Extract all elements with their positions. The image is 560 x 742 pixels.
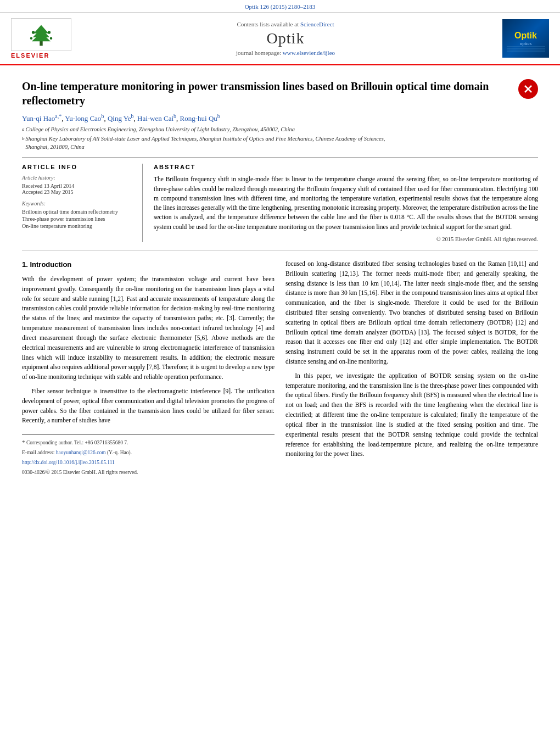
journal-homepage: journal homepage: www.elsevier.de/ijleo (77, 49, 494, 56)
body-columns: 1. Introduction With the development of … (22, 259, 538, 478)
crossmark-badge[interactable] (518, 79, 538, 99)
body-para-3: focused on long-distance distributed fib… (285, 259, 538, 367)
journal-header: ELSEVIER Contents lists available at Sci… (0, 13, 560, 65)
body-para-2: Fiber sensor technique is insensitive to… (22, 387, 275, 426)
body-col-left: 1. Introduction With the development of … (22, 259, 275, 478)
section1-heading: 1. Introduction (22, 259, 275, 270)
footnote-section: * Corresponding author. Tel.: +86 037163… (22, 434, 275, 476)
article-title-section: On-line temperature monitoring in power … (22, 74, 538, 108)
received-date: Received 13 April 2014 (22, 183, 134, 189)
accepted-date: Accepted 23 May 2015 (22, 189, 134, 195)
elsevier-tree-image (11, 18, 71, 51)
abstract-copyright: © 2015 Elsevier GmbH. All rights reserve… (154, 236, 538, 242)
article-info-col: ARTICLE INFO Article history: Received 1… (22, 164, 143, 242)
author-3: Qing Ye (108, 114, 131, 122)
footnote-doi: http://dx.doi.org/10.1016/j.ijleo.2015.0… (22, 459, 275, 467)
authors-line: Yun-qi Haoa,*, Yu-long Caob, Qing Yeb, H… (22, 113, 538, 123)
keywords-section: Keywords: Brillouin optical time domain … (22, 200, 134, 229)
keyword-2: Three-phase power transmission lines (22, 216, 134, 222)
paper-content: On-line temperature monitoring in power … (0, 65, 560, 486)
elsevier-logo: ELSEVIER (11, 18, 77, 59)
abstract-header: ABSTRACT (154, 164, 538, 170)
abstract-text: The Brillouin frequency shift in single-… (154, 175, 538, 232)
affiliations: a College of Physics and Electronics Eng… (22, 126, 538, 151)
contents-line: Contents lists available at ScienceDirec… (77, 21, 494, 27)
journal-title: Optik (77, 30, 494, 47)
footnote-email: E-mail address: haoyunhanqi@126.com (Y.-… (22, 449, 275, 457)
body-para-4: In this paper, we investigate the applic… (285, 371, 538, 459)
article-title: On-line temperature monitoring in power … (22, 79, 510, 108)
affil-1: a College of Physics and Electronics Eng… (22, 126, 538, 134)
affil-2: b Shanghai Key Laboratory of All Solid-s… (22, 135, 538, 151)
author-5: Rong-hui Qu (180, 114, 217, 122)
header-center: Contents lists available at ScienceDirec… (77, 21, 494, 56)
svg-point-7 (50, 37, 53, 40)
svg-point-4 (32, 31, 35, 34)
author-4: Hai-wen Cai (137, 114, 173, 122)
article-history: Article history: Received 13 April 2014 … (22, 175, 134, 195)
info-section: ARTICLE INFO Article history: Received 1… (22, 158, 538, 242)
section-divider (22, 250, 538, 251)
journal-citation: Optik 126 (2015) 2180–2183 (245, 3, 316, 10)
homepage-url[interactable]: www.elsevier.de/ijleo (283, 49, 335, 56)
article-info-header: ARTICLE INFO (22, 164, 134, 170)
doi-link[interactable]: http://dx.doi.org/10.1016/j.ijleo.2015.0… (22, 460, 115, 465)
top-bar: Optik 126 (2015) 2180–2183 (0, 0, 560, 13)
optik-logo-text: Optik (514, 31, 537, 41)
history-label: Article history: (22, 175, 134, 181)
keyword-3: On-line temperature monitoring (22, 223, 134, 229)
header-right: Optik optics (494, 19, 549, 58)
elsevier-logo-section: ELSEVIER (11, 18, 77, 59)
keywords-label: Keywords: (22, 200, 134, 207)
page-wrapper: Optik 126 (2015) 2180–2183 (0, 0, 560, 486)
footnote-copyright: 0030-4026/© 2015 Elsevier GmbH. All righ… (22, 468, 275, 477)
author-2: Yu-long Cao (65, 114, 101, 122)
sciencedirect-link[interactable]: ScienceDirect (300, 21, 334, 27)
body-para-1: With the development of power system; th… (22, 275, 275, 382)
keyword-1: Brillouin optical time domain reflectome… (22, 209, 134, 215)
svg-point-6 (30, 37, 33, 40)
abstract-col: ABSTRACT The Brillouin frequency shift i… (154, 164, 538, 242)
optik-logo-box: Optik optics (502, 19, 549, 58)
body-col-right: focused on long-distance distributed fib… (285, 259, 538, 478)
author-1: Yun-qi Hao (22, 114, 55, 122)
svg-point-5 (48, 31, 51, 34)
footnote-star-item: * Corresponding author. Tel.: +86 037163… (22, 438, 275, 447)
elsevier-label: ELSEVIER (11, 52, 49, 59)
email-link[interactable]: haoyunhanqi@126.com (56, 450, 106, 455)
